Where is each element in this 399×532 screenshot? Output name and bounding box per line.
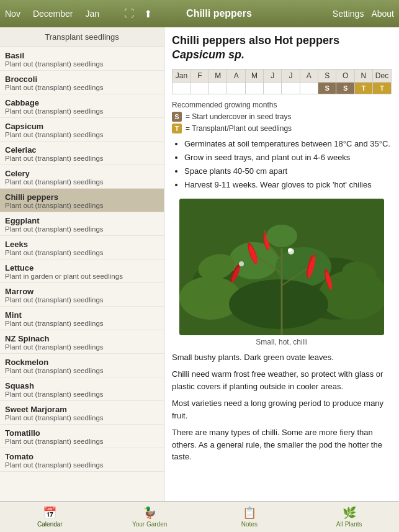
month-cell	[209, 82, 227, 94]
tab-label: Notes	[241, 521, 258, 528]
plant-list-item[interactable]: CapsicumPlant out (transplant) seedlings	[0, 118, 164, 142]
plant-item-name: Rockmelon	[5, 358, 159, 367]
plant-item-action: Plant out (transplant) seedlings	[5, 438, 159, 445]
bullet-point: Grow in seed trays, and plant out in 4-6…	[184, 152, 392, 163]
tab-bar: 📅Calendar🦆Your Garden📋Notes🌿All Plants	[0, 501, 399, 532]
plant-list-item[interactable]: RockmelonPlant out (transplant) seedling…	[0, 354, 164, 377]
next-month-label[interactable]: Jan	[86, 9, 100, 19]
plant-list-item[interactable]: CeleriacPlant out (transplant) seedlings	[0, 142, 164, 165]
tab-item-notes[interactable]: 📋Notes	[200, 502, 300, 532]
plant-image-container: Small, hot, chilli	[172, 199, 392, 346]
legend-t-text: = Transplant/Plant out seedlings	[186, 124, 292, 133]
legend-title: Recommended growing months	[172, 101, 392, 109]
plant-item-name: Tomatillo	[5, 428, 159, 438]
tab-item-calendar[interactable]: 📅Calendar	[0, 502, 100, 532]
plant-list-item[interactable]: LettucePlant in garden or plant out seed…	[0, 259, 164, 283]
plant-item-action: Plant out (transplant) seedlings	[5, 131, 159, 138]
plant-list-item[interactable]: TomatoPlant out (transplant) seedlings	[0, 448, 164, 472]
plant-list-item[interactable]: NZ SpinachPlant out (transplant) seedlin…	[0, 330, 164, 354]
bullet-point: Harvest 9-11 weeks. Wear gloves to pick …	[184, 179, 392, 191]
plant-item-name: Lettuce	[5, 263, 159, 273]
right-panel: Chilli peppers also Hot peppers Capsicum…	[164, 27, 399, 501]
plant-item-name: Celery	[5, 169, 159, 178]
description-paragraph: Small bushy plants. Dark green ovate lea…	[172, 351, 392, 364]
plant-item-action: Plant out (transplant) seedlings	[5, 414, 159, 422]
settings-button[interactable]: Settings	[333, 9, 364, 19]
tab-label: Your Garden	[132, 521, 167, 528]
month-header: J	[264, 69, 282, 82]
tab-item-all-plants[interactable]: 🌿All Plants	[299, 502, 399, 532]
plant-list-item[interactable]: LeeksPlant out (transplant) seedlings	[0, 236, 164, 259]
plant-item-name: Capsicum	[5, 122, 159, 131]
prev-month-label[interactable]: Nov	[5, 9, 20, 19]
month-header: S	[318, 69, 336, 82]
plant-item-action: Plant out (transplant) seedlings	[5, 225, 159, 233]
tab-icon: 📅	[43, 506, 56, 520]
tab-label: All Plants	[336, 521, 362, 528]
current-month-label[interactable]: December	[33, 9, 73, 19]
about-button[interactable]: About	[371, 9, 394, 19]
plant-list-item[interactable]: MintPlant out (transplant) seedlings	[0, 307, 164, 330]
month-header: A	[227, 69, 245, 82]
legend-s-item: S = Start undercover in seed trays	[172, 112, 392, 122]
tab-icon: 🦆	[143, 506, 156, 520]
plant-list-item[interactable]: CeleryPlant out (transplant) seedlings	[0, 165, 164, 189]
plant-item-name: Squash	[5, 381, 159, 390]
plant-item-name: Sweet Marjoram	[5, 405, 159, 414]
month-cell	[264, 82, 282, 94]
month-cell: S	[318, 82, 336, 94]
plant-item-action: Plant in garden or plant out seedlings	[5, 273, 159, 280]
plant-item-action: Plant out (transplant) seedlings	[5, 249, 159, 256]
nav-icons: ⛶ ⬆	[122, 8, 155, 20]
share-icon[interactable]: ⬆	[141, 8, 155, 20]
month-cell	[300, 82, 318, 94]
plant-list-item[interactable]: TomatilloPlant out (transplant) seedling…	[0, 425, 164, 448]
tab-item-your-garden[interactable]: 🦆Your Garden	[100, 502, 200, 532]
main-content: Transplant seedlings BasilPlant out (tra…	[0, 27, 399, 501]
plant-list-item[interactable]: BroccoliPlant out (transplant) seedlings	[0, 71, 164, 94]
plant-list-item[interactable]: CabbagePlant out (transplant) seedlings	[0, 94, 164, 118]
plant-list-item[interactable]: Chilli peppersPlant out (transplant) see…	[0, 189, 164, 212]
bullet-point: Germinates at soil temperatures between …	[184, 138, 392, 150]
description-paragraph: Most varieties need a long growing perio…	[172, 397, 392, 422]
plant-list-item[interactable]: Sweet MarjoramPlant out (transplant) see…	[0, 401, 164, 425]
plant-list-item[interactable]: MarrowPlant out (transplant) seedlings	[0, 283, 164, 307]
svg-point-31	[266, 225, 297, 247]
month-header: Dec	[373, 69, 392, 82]
legend-s-text: = Start undercover in seed trays	[186, 112, 291, 121]
plant-item-name: NZ Spinach	[5, 334, 159, 343]
plant-item-action: Plant out (transplant) seedlings	[5, 178, 159, 186]
month-navigation: Nov December Jan	[5, 9, 122, 19]
image-caption: Small, hot, chilli	[172, 338, 392, 346]
svg-point-27	[288, 248, 292, 252]
plant-item-action: Plant out (transplant) seedlings	[5, 84, 159, 91]
tab-icon: 🌿	[343, 506, 356, 520]
month-header: F	[191, 69, 208, 82]
plant-item-action: Plant out (transplant) seedlings	[5, 296, 159, 304]
tab-icon: 📋	[243, 506, 256, 520]
svg-point-28	[239, 261, 244, 266]
plant-list-item[interactable]: BasilPlant out (transplant) seedlings	[0, 47, 164, 71]
plant-item-name: Leeks	[5, 240, 159, 249]
plant-item-action: Plant out (transplant) seedlings	[5, 202, 159, 209]
plant-list-item[interactable]: EggplantPlant out (transplant) seedlings	[0, 212, 164, 236]
plant-item-action: Plant out (transplant) seedlings	[5, 390, 159, 398]
plant-item-action: Plant out (transplant) seedlings	[5, 461, 159, 469]
description-container: Small bushy plants. Dark green ovate lea…	[172, 351, 392, 463]
plant-detail-title: Chilli peppers also Hot peppers Capsicum…	[172, 34, 392, 63]
month-header: Jan	[173, 69, 191, 82]
expand-icon[interactable]: ⛶	[122, 8, 137, 20]
plant-item-action: Plant out (transplant) seedlings	[5, 155, 159, 162]
month-header: A	[300, 69, 318, 82]
top-navigation: Nov December Jan ⛶ ⬆ Chilli peppers Sett…	[0, 0, 399, 27]
info-list: Germinates at soil temperatures between …	[172, 138, 392, 191]
plant-item-name: Cabbage	[5, 98, 159, 107]
plant-list-item[interactable]: SquashPlant out (transplant) seedlings	[0, 377, 164, 401]
description-paragraph: There are many types of chilli. Some are…	[172, 426, 392, 463]
svg-point-8	[229, 279, 328, 329]
bullet-point: Space plants 40-50 cm apart	[184, 166, 392, 177]
right-actions: Settings About	[277, 9, 394, 19]
month-cell	[227, 82, 245, 94]
month-grid: JanFMAMJJASONDecSSTT	[172, 69, 392, 94]
month-cell	[282, 82, 300, 94]
